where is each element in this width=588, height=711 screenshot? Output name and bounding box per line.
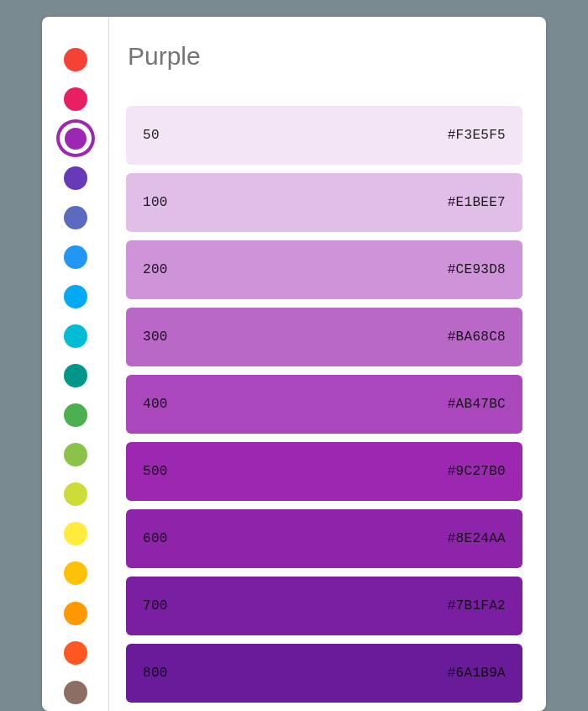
color-dot-fill — [64, 522, 87, 545]
color-dot-fill — [64, 285, 87, 308]
color-dot-fill — [64, 443, 87, 466]
shade-swatch[interactable]: 100#E1BEE7 — [126, 173, 522, 232]
color-dot-fill — [64, 641, 87, 665]
color-dot-light-green[interactable] — [56, 436, 95, 474]
color-dot-purple[interactable] — [56, 119, 95, 157]
color-dot-orange[interactable] — [56, 594, 95, 632]
color-dot-red[interactable] — [56, 40, 95, 78]
color-dot-cyan[interactable] — [56, 318, 95, 356]
color-dot-lime[interactable] — [56, 476, 95, 514]
shade-label: 700 — [143, 598, 168, 614]
shade-hex: #7B1FA2 — [448, 598, 506, 614]
shade-hex: #6A1B9A — [448, 666, 506, 681]
color-dot-deep-orange[interactable] — [56, 634, 95, 672]
shade-hex: #F3E5F5 — [448, 128, 506, 143]
shade-swatch[interactable]: 700#7B1FA2 — [126, 577, 522, 635]
color-dot-pink[interactable] — [56, 80, 95, 118]
color-dot-green[interactable] — [56, 397, 95, 434]
color-dot-fill — [64, 48, 87, 71]
shade-swatch[interactable]: 600#8E24AA — [126, 509, 522, 568]
shade-swatch[interactable]: 400#AB47BC — [126, 375, 522, 434]
shade-label: 500 — [143, 464, 168, 479]
shade-label: 800 — [143, 666, 168, 681]
palette-card: Purple 50#F3E5F5100#E1BEE7200#CE93D8300#… — [42, 17, 546, 711]
color-dot-fill — [65, 128, 87, 150]
color-dot-fill — [64, 364, 87, 387]
color-dot-fill — [64, 206, 87, 229]
shade-label: 600 — [143, 531, 168, 546]
shade-swatch[interactable]: 800#6A1B9A — [126, 644, 522, 703]
color-sidebar — [42, 17, 109, 711]
palette-content: Purple 50#F3E5F5100#E1BEE7200#CE93D8300#… — [109, 17, 546, 711]
shade-hex: #8E24AA — [448, 531, 506, 546]
color-dot-fill — [64, 324, 87, 348]
shade-hex: #CE93D8 — [448, 262, 506, 277]
shade-swatch[interactable]: 50#F3E5F5 — [126, 106, 522, 165]
shade-hex: #E1BEE7 — [448, 195, 506, 210]
color-dot-light-blue[interactable] — [56, 278, 95, 316]
color-dot-fill — [64, 403, 87, 427]
color-dot-fill — [64, 561, 87, 585]
shade-label: 200 — [143, 262, 168, 277]
color-dot-fill — [64, 681, 87, 704]
shade-swatch[interactable]: 300#BA68C8 — [126, 308, 522, 366]
color-dot-brown[interactable] — [56, 673, 95, 711]
color-dot-deep-purple[interactable] — [56, 159, 95, 197]
shade-hex: #AB47BC — [448, 397, 506, 412]
shade-label: 50 — [143, 128, 160, 143]
color-dot-indigo[interactable] — [56, 199, 95, 237]
color-dot-fill — [64, 602, 87, 625]
color-dot-amber[interactable] — [56, 555, 95, 592]
shade-list: 50#F3E5F5100#E1BEE7200#CE93D8300#BA68C84… — [126, 106, 522, 703]
color-dot-blue[interactable] — [56, 239, 95, 276]
color-dot-fill — [64, 166, 87, 190]
shade-swatch[interactable]: 500#9C27B0 — [126, 442, 522, 501]
color-dot-fill — [64, 482, 87, 506]
palette-title: Purple — [128, 42, 522, 71]
shade-label: 300 — [143, 329, 168, 345]
color-dot-fill — [64, 245, 87, 269]
shade-label: 400 — [143, 397, 168, 412]
color-dot-teal[interactable] — [56, 357, 95, 395]
shade-swatch[interactable]: 200#CE93D8 — [126, 240, 522, 299]
shade-hex: #BA68C8 — [448, 329, 506, 345]
color-dot-yellow[interactable] — [56, 515, 95, 553]
shade-label: 100 — [143, 195, 168, 210]
color-dot-fill — [64, 87, 87, 111]
shade-hex: #9C27B0 — [448, 464, 506, 479]
